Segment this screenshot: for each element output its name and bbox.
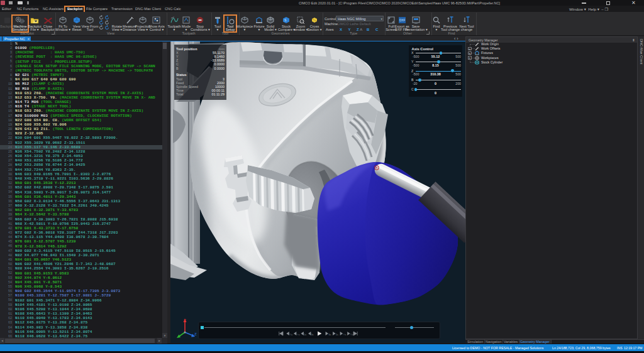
- svg-text:½s: ½s: [297, 334, 300, 336]
- svg-text:1s: 1s: [304, 334, 306, 336]
- svg-text:1s: 1s: [336, 334, 338, 336]
- svg-text:½s: ½s: [343, 334, 347, 336]
- svg-text:¼s: ¼s: [289, 334, 292, 336]
- svg-text:Z: Z: [194, 332, 197, 336]
- svg-text:5s: 5s: [328, 334, 331, 336]
- svg-text:DXF: DXF: [399, 19, 405, 22]
- svg-text:X: X: [184, 318, 186, 322]
- svg-text:¼s: ¼s: [350, 334, 353, 336]
- svg-text:5s: 5s: [311, 334, 314, 336]
